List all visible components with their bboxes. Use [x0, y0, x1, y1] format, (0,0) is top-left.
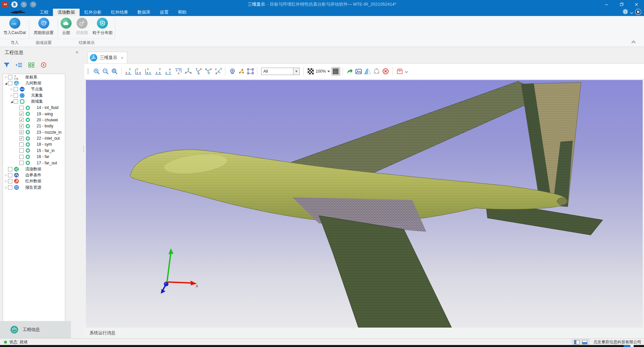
- menu-item-红外分析[interactable]: 红外分析: [80, 9, 106, 16]
- tree-row[interactable]: 流场数据: [3, 166, 65, 172]
- tree-row[interactable]: ✓22 - inlet_out: [3, 135, 65, 141]
- tree-checkbox[interactable]: [19, 155, 24, 159]
- tree-checkbox[interactable]: [19, 161, 24, 165]
- ribbon-collapse-icon[interactable]: [631, 39, 636, 45]
- scatter-nodes-icon[interactable]: [237, 67, 246, 76]
- 3d-viewport[interactable]: x: [86, 80, 643, 328]
- grid-toggle-icon[interactable]: [331, 67, 340, 76]
- view-left-icon[interactable]: Yxz: [144, 67, 153, 76]
- tree-expander-icon[interactable]: ◢: [10, 100, 14, 103]
- tree-row[interactable]: ▷报告资源: [3, 184, 65, 190]
- tree-checkbox[interactable]: [19, 106, 24, 110]
- tree-checkbox[interactable]: ✓: [19, 136, 24, 141]
- tree-row[interactable]: ✓19 - wing: [3, 111, 65, 117]
- zoom-fit-icon[interactable]: [110, 67, 119, 76]
- tree-row[interactable]: ◢面域集: [3, 99, 65, 105]
- tree-checkbox[interactable]: ✓: [19, 112, 24, 116]
- menu-item-数据库[interactable]: 数据库: [133, 9, 155, 16]
- zoom-in-icon[interactable]: [92, 67, 101, 76]
- marquee-select-icon[interactable]: [246, 67, 255, 76]
- cancel-red-icon[interactable]: [381, 67, 390, 76]
- checkerboard-icon[interactable]: [306, 67, 315, 76]
- tree-checkbox[interactable]: [8, 179, 12, 183]
- tree-row[interactable]: ▷红外数据: [3, 178, 65, 184]
- snapshot-icon[interactable]: [354, 67, 363, 76]
- tree-checkbox[interactable]: [19, 148, 24, 153]
- import-casdat-button[interactable]: cas 导入Cas/Dat: [0, 18, 29, 36]
- period-face-button[interactable]: 周期面设置: [29, 18, 58, 36]
- tree-expander-icon[interactable]: ▷: [4, 76, 8, 79]
- share-arrow-icon[interactable]: [345, 67, 354, 76]
- view-top-icon[interactable]: zYx: [174, 67, 183, 76]
- view-right-icon[interactable]: Yzx: [154, 67, 163, 76]
- view-front-icon[interactable]: Yzx: [134, 67, 143, 76]
- tree-checkbox[interactable]: [8, 167, 12, 171]
- display-filter-combo[interactable]: All ▼: [261, 68, 300, 75]
- view-bottom-icon[interactable]: Yxz: [124, 67, 133, 76]
- tree-expander-icon[interactable]: ▷: [4, 186, 8, 189]
- orbit-nodes-icon[interactable]: [372, 67, 381, 76]
- new-document-icon[interactable]: [11, 1, 18, 8]
- dropdown-caret-icon[interactable]: [630, 9, 633, 15]
- layout-bottom-icon[interactable]: [582, 340, 587, 344]
- tree-checkbox[interactable]: [14, 87, 18, 91]
- iso-view-4-icon[interactable]: zYx: [214, 67, 223, 76]
- mirror-icon[interactable]: [363, 67, 372, 76]
- slice-map-button[interactable]: 切面图: [75, 18, 89, 36]
- undo-icon[interactable]: [21, 1, 27, 8]
- tree-row[interactable]: 18 - sym: [3, 141, 65, 147]
- tab-3d-view[interactable]: 三维显示 ×: [87, 52, 127, 63]
- tree-checkbox[interactable]: [8, 75, 12, 79]
- target-icon[interactable]: [40, 61, 48, 69]
- theme-icon[interactable]: [622, 9, 628, 16]
- maximize-button[interactable]: [614, 0, 629, 9]
- tree-checkbox[interactable]: ✓: [19, 130, 24, 134]
- tree-expander-icon[interactable]: ▷: [4, 174, 8, 177]
- tree-row[interactable]: ▷Yzx坐标系: [3, 74, 65, 80]
- close-button[interactable]: [629, 0, 644, 9]
- tree-expander-icon[interactable]: ◢: [4, 82, 8, 85]
- panel-collapse-icon[interactable]: <: [76, 50, 78, 55]
- iso-view-2-icon[interactable]: Yxz: [194, 67, 203, 76]
- menu-item-设置[interactable]: 设置: [155, 9, 173, 16]
- tab-close-icon[interactable]: ×: [121, 55, 124, 60]
- tree-checkbox[interactable]: ✓: [19, 124, 24, 128]
- tree-row[interactable]: 16 - far: [3, 154, 65, 160]
- tree-row[interactable]: ✓23 - nozzle_in: [3, 129, 65, 135]
- help-book-icon[interactable]: [635, 9, 641, 16]
- cloud-map-button[interactable]: 云图: [58, 18, 74, 36]
- redo-icon[interactable]: [30, 1, 36, 8]
- iso-view-1-icon[interactable]: zYx: [184, 67, 193, 76]
- zoom-out-icon[interactable]: [101, 67, 110, 76]
- tree-row[interactable]: 14 - int_fluid: [3, 105, 65, 111]
- tree-checkbox[interactable]: [8, 185, 12, 190]
- tree-row[interactable]: ▷元素集: [3, 92, 65, 98]
- tree-checkbox[interactable]: [14, 93, 18, 98]
- tree-row[interactable]: ✓21 - body: [3, 123, 65, 129]
- tree-row[interactable]: ✓20 - chuiwei: [3, 117, 65, 123]
- tree-row[interactable]: ▷边界条件: [3, 172, 65, 178]
- menu-item-流场数据[interactable]: 流场数据: [53, 9, 80, 16]
- minimize-button[interactable]: [599, 0, 614, 9]
- camera-icon[interactable]: [228, 67, 237, 76]
- tree-expander-icon[interactable]: ▷: [4, 180, 8, 183]
- package-export-icon[interactable]: [395, 67, 404, 76]
- tree-checkbox[interactable]: [19, 142, 24, 147]
- tree-row[interactable]: ◢几何数据: [3, 80, 65, 86]
- layout-left-icon[interactable]: [574, 340, 579, 344]
- tree-row[interactable]: ▷节点集: [3, 86, 65, 92]
- panel-footer-tab[interactable]: 工程信息: [0, 321, 71, 338]
- tree-checkbox[interactable]: ✓: [19, 118, 24, 122]
- tree-checkbox[interactable]: [8, 81, 12, 85]
- app-icon[interactable]: [2, 1, 8, 8]
- tree-expander-icon[interactable]: ▷: [10, 94, 14, 97]
- zoom-level-control[interactable]: 100%: [316, 69, 330, 74]
- tree-expander-icon[interactable]: ▷: [10, 88, 14, 91]
- menu-item-红外结果[interactable]: 红外结果: [106, 9, 133, 16]
- toolbar-drag-handle[interactable]: [87, 68, 89, 75]
- iso-view-3-icon[interactable]: zYx: [204, 67, 213, 76]
- combo-arrow-icon[interactable]: ▼: [293, 68, 300, 75]
- filter-icon[interactable]: [3, 61, 11, 69]
- tree-row[interactable]: 15 - far_in: [3, 148, 65, 154]
- tree-row[interactable]: 17 - far_out: [3, 160, 65, 166]
